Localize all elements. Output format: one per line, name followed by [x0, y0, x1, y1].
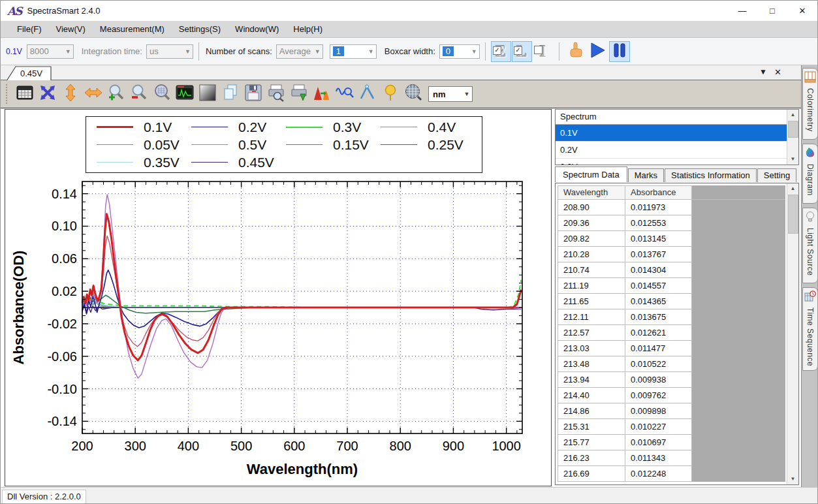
- side-tab-light-source[interactable]: Light Source: [802, 208, 818, 283]
- table-row[interactable]: 212.110.013675: [558, 309, 785, 325]
- spectrum-list-scrollbar[interactable]: ▲ ▼: [787, 110, 798, 165]
- table-row[interactable]: 213.940.009938: [558, 372, 785, 388]
- integration-unit-combo[interactable]: us▼: [146, 44, 193, 59]
- minimize-button[interactable]: —: [727, 1, 757, 21]
- pause-button[interactable]: [609, 41, 630, 62]
- scroll-up-icon[interactable]: ▲: [787, 183, 798, 194]
- tab-list-dropdown-icon[interactable]: ▼: [759, 67, 767, 76]
- spectrum-chart[interactable]: 20030040050060070080090010000.140.100.06…: [7, 174, 551, 486]
- table-scrollbar[interactable]: ▲ ▼: [787, 183, 798, 484]
- legend-label: 0.15V: [333, 137, 369, 153]
- scroll-down-icon[interactable]: ▼: [787, 474, 798, 484]
- close-button[interactable]: ✕: [787, 1, 817, 21]
- side-tab-diagram[interactable]: Diagram: [802, 144, 818, 204]
- table-row[interactable]: 208.900.011973: [558, 200, 785, 215]
- boxcar-value-combo[interactable]: 0▼: [439, 44, 480, 59]
- gradient-button[interactable]: [196, 82, 219, 106]
- table-row[interactable]: 209.820.013145: [558, 231, 785, 247]
- tab-setting[interactable]: Setting: [757, 168, 796, 182]
- peaks-button[interactable]: [310, 82, 333, 106]
- peaks-icon: [312, 83, 332, 105]
- table-row[interactable]: 210.740.014304: [558, 262, 785, 278]
- checkbox-icon[interactable]: ✓: [514, 46, 522, 55]
- zoom-out-button[interactable]: [127, 82, 150, 106]
- tab-close-icon[interactable]: ✕: [774, 67, 781, 77]
- unit-select[interactable]: nm ▼: [428, 86, 473, 102]
- channel-toggle-i[interactable]: I: [533, 41, 553, 62]
- scans-value-combo[interactable]: 1▼: [330, 44, 377, 59]
- data-tab-bar: Spectrum DataMarksStatistics Information…: [555, 166, 797, 182]
- scroll-down-icon[interactable]: ▼: [787, 154, 798, 165]
- legend-item: 0.1V: [97, 119, 191, 135]
- pointer-button[interactable]: [565, 41, 586, 62]
- menu-item-window[interactable]: Window(W): [228, 24, 286, 34]
- legend-swatch: [191, 162, 228, 163]
- datasheet-icon: [15, 83, 35, 105]
- menu-item-view[interactable]: View(V): [49, 24, 93, 34]
- expand-button[interactable]: [36, 82, 59, 106]
- table-row[interactable]: 214.860.009898: [558, 403, 785, 419]
- wavelength-cell: 210.74: [558, 262, 625, 278]
- datasheet-button[interactable]: [13, 82, 36, 106]
- column-header-wavelength[interactable]: Wavelength: [558, 185, 625, 200]
- table-row[interactable]: 213.030.011477: [558, 341, 785, 356]
- save-button[interactable]: [242, 82, 264, 106]
- legend-item: 0.05V: [97, 136, 191, 153]
- checkbox-icon[interactable]: [534, 46, 543, 54]
- table-row[interactable]: 216.230.011343: [558, 450, 785, 466]
- checkbox-icon[interactable]: ✓: [493, 46, 501, 55]
- zoom-in-button[interactable]: [104, 82, 127, 106]
- table-row[interactable]: 213.480.010522: [558, 356, 785, 372]
- print-preview-button[interactable]: [264, 82, 287, 106]
- marker-button[interactable]: [379, 82, 401, 106]
- copy-button[interactable]: [219, 82, 242, 106]
- menu-item-settings[interactable]: Settings(S): [172, 24, 228, 34]
- table-row[interactable]: 215.770.010697: [558, 435, 785, 450]
- wave-zoom-button[interactable]: [333, 82, 356, 106]
- svg-text:500: 500: [230, 439, 252, 453]
- scrollbar-thumb[interactable]: [788, 195, 798, 234]
- spectrum-list-item[interactable]: 0.3V: [556, 159, 787, 165]
- toolbar-grip[interactable]: [6, 84, 9, 104]
- play-button[interactable]: [587, 41, 608, 62]
- tab-045v[interactable]: 0.45V: [6, 66, 53, 81]
- oscilloscope-button[interactable]: [173, 82, 196, 106]
- tab-statistics-information[interactable]: Statistics Information: [665, 168, 757, 182]
- menu-item-measurement[interactable]: Measurement(M): [93, 24, 172, 34]
- legend-label: 0.4V: [428, 119, 456, 135]
- vertical-scale-button[interactable]: [59, 82, 82, 106]
- measure-button[interactable]: [356, 82, 379, 106]
- zoom-area-button[interactable]: [150, 82, 173, 106]
- export-button[interactable]: [287, 82, 310, 106]
- side-tab-time-sequence[interactable]: Time Sequence: [802, 287, 818, 371]
- spectrum-list-item[interactable]: 0.2V: [556, 142, 787, 159]
- integration-value-combo[interactable]: 8000▼: [27, 44, 74, 59]
- horizontal-scale-button[interactable]: [82, 82, 104, 106]
- grid-globe-button[interactable]: [401, 82, 424, 106]
- table-row[interactable]: 210.280.013767: [558, 247, 785, 262]
- spectrum-list-item[interactable]: 0.1V: [556, 125, 787, 142]
- scans-mode-combo[interactable]: Average▼: [276, 44, 323, 59]
- table-row[interactable]: 211.190.014557: [558, 278, 785, 294]
- tab-spectrum-data[interactable]: Spectrum Data: [555, 166, 627, 182]
- channel-toggle-e[interactable]: E✓: [491, 41, 511, 62]
- tab-marks[interactable]: Marks: [628, 168, 664, 182]
- channel-toggle-l[interactable]: L✓: [512, 41, 532, 62]
- table-row[interactable]: 212.570.012621: [558, 325, 785, 341]
- table-row[interactable]: 216.690.012248: [558, 466, 785, 482]
- menu-item-file[interactable]: File(F): [10, 24, 49, 34]
- maximize-button[interactable]: □: [757, 1, 787, 21]
- table-row[interactable]: 209.360.012553: [558, 215, 785, 231]
- side-tab-colorimetry[interactable]: Colorimetry: [802, 68, 818, 140]
- table-row[interactable]: 215.310.010227: [558, 419, 785, 435]
- scroll-up-icon[interactable]: ▲: [787, 110, 798, 120]
- column-header-absorbance[interactable]: Absorbance: [625, 185, 692, 200]
- scrollbar-thumb[interactable]: [788, 121, 798, 138]
- table-filler: [692, 262, 785, 278]
- table-row[interactable]: 211.650.014365: [558, 294, 785, 309]
- wavelength-cell: 211.65: [558, 294, 625, 309]
- table-filler: [692, 215, 785, 231]
- menu-item-help[interactable]: Help(H): [286, 24, 330, 34]
- table-row[interactable]: 214.400.009762: [558, 388, 785, 403]
- side-tab-label: Diagram: [806, 164, 815, 196]
